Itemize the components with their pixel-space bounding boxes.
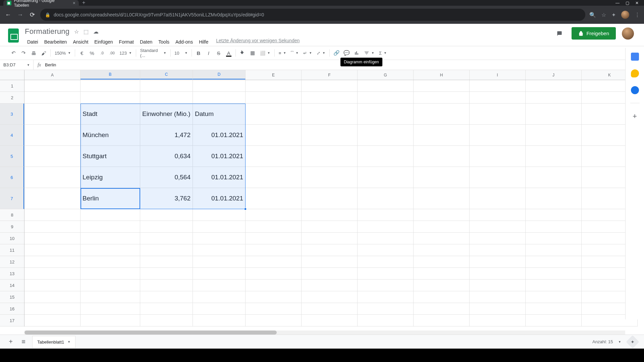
selection-handle[interactable] bbox=[244, 208, 247, 210]
cell-empty[interactable] bbox=[80, 291, 140, 303]
cell-empty[interactable] bbox=[526, 233, 582, 244]
cell-empty[interactable] bbox=[140, 221, 193, 233]
cell-empty[interactable] bbox=[414, 188, 470, 209]
cell-empty[interactable] bbox=[414, 80, 470, 92]
cell-empty[interactable] bbox=[80, 303, 140, 315]
cell-D7[interactable]: 01.01.2021 bbox=[193, 188, 246, 209]
cell-empty[interactable] bbox=[80, 233, 140, 244]
cell-empty[interactable] bbox=[526, 209, 582, 221]
text-rotation-button[interactable]: ⤢▼ bbox=[315, 51, 327, 56]
cell-empty[interactable] bbox=[414, 221, 470, 233]
cell-empty[interactable] bbox=[246, 244, 302, 256]
extensions-icon[interactable]: ✦ bbox=[611, 12, 616, 18]
status-count[interactable]: Anzahl: 15 ▼ bbox=[590, 339, 623, 344]
decrease-decimals-button[interactable]: .0 bbox=[97, 48, 107, 58]
cell-empty[interactable] bbox=[302, 315, 358, 326]
cell-empty[interactable] bbox=[80, 209, 140, 221]
sheet-tab-menu-icon[interactable]: ▼ bbox=[67, 340, 70, 344]
cell-empty[interactable] bbox=[246, 188, 302, 209]
cell-empty[interactable] bbox=[193, 244, 246, 256]
cell-empty[interactable] bbox=[414, 280, 470, 291]
cell-empty[interactable] bbox=[358, 209, 414, 221]
cell-empty[interactable] bbox=[246, 92, 302, 104]
cell-empty[interactable] bbox=[470, 92, 526, 104]
cell-C3[interactable]: Einwohner (Mio.) bbox=[140, 104, 193, 125]
row-header-13[interactable]: 13 bbox=[0, 268, 24, 280]
cell-empty[interactable] bbox=[302, 280, 358, 291]
cell-empty[interactable] bbox=[470, 125, 526, 146]
cell-empty[interactable] bbox=[246, 125, 302, 146]
cell-empty[interactable] bbox=[526, 303, 582, 315]
menu-tools[interactable]: Tools bbox=[156, 38, 172, 46]
cell-empty[interactable] bbox=[358, 268, 414, 280]
cell-empty[interactable] bbox=[302, 233, 358, 244]
paint-format-button[interactable]: 🖌 bbox=[39, 48, 48, 58]
cell-empty[interactable] bbox=[193, 291, 246, 303]
row-header-17[interactable]: 17 bbox=[0, 315, 24, 326]
select-all-corner[interactable] bbox=[0, 70, 24, 80]
cell-D3[interactable]: Datum bbox=[193, 104, 246, 125]
last-edit-text[interactable]: Letzte Änderung vor wenigen Sekunden bbox=[216, 38, 300, 46]
move-icon[interactable]: ⬚ bbox=[84, 28, 89, 35]
cell-D5[interactable]: 01.01.2021 bbox=[193, 146, 246, 167]
cell-empty[interactable] bbox=[193, 92, 246, 104]
cell-empty[interactable] bbox=[24, 291, 80, 303]
cell-empty[interactable] bbox=[24, 104, 80, 125]
filter-button[interactable]: ▼ bbox=[362, 50, 376, 56]
cell-D6[interactable]: 01.01.2021 bbox=[193, 167, 246, 188]
row-header-16[interactable]: 16 bbox=[0, 303, 24, 315]
cell-empty[interactable] bbox=[80, 268, 140, 280]
document-title[interactable]: Formatierung bbox=[25, 27, 69, 36]
cell-empty[interactable] bbox=[526, 188, 582, 209]
cell-empty[interactable] bbox=[80, 280, 140, 291]
cell-empty[interactable] bbox=[302, 244, 358, 256]
sheets-logo-icon[interactable] bbox=[7, 27, 20, 44]
cell-empty[interactable] bbox=[526, 256, 582, 268]
cell-empty[interactable] bbox=[140, 233, 193, 244]
cell-empty[interactable] bbox=[358, 280, 414, 291]
cell-empty[interactable] bbox=[140, 268, 193, 280]
cell-empty[interactable] bbox=[470, 256, 526, 268]
cell-empty[interactable] bbox=[526, 244, 582, 256]
row-header-5[interactable]: 5 bbox=[0, 146, 24, 167]
functions-button[interactable]: Σ▼ bbox=[377, 51, 389, 56]
cell-empty[interactable] bbox=[302, 303, 358, 315]
cell-empty[interactable] bbox=[302, 146, 358, 167]
cell-B6[interactable]: Leipzig bbox=[80, 167, 140, 188]
cell-empty[interactable] bbox=[246, 256, 302, 268]
cell-empty[interactable] bbox=[193, 80, 246, 92]
column-header-F[interactable]: F bbox=[302, 70, 358, 80]
cell-C5[interactable]: 0,634 bbox=[140, 146, 193, 167]
percent-button[interactable]: % bbox=[87, 48, 97, 58]
cell-empty[interactable] bbox=[246, 146, 302, 167]
cell-empty[interactable] bbox=[24, 303, 80, 315]
profile-avatar-icon[interactable] bbox=[621, 11, 629, 19]
cell-empty[interactable] bbox=[302, 104, 358, 125]
cell-empty[interactable] bbox=[246, 80, 302, 92]
cell-empty[interactable] bbox=[470, 80, 526, 92]
cell-empty[interactable] bbox=[246, 268, 302, 280]
cell-empty[interactable] bbox=[246, 315, 302, 326]
cell-empty[interactable] bbox=[414, 291, 470, 303]
cell-empty[interactable] bbox=[246, 104, 302, 125]
cell-empty[interactable] bbox=[302, 92, 358, 104]
cell-empty[interactable] bbox=[24, 167, 80, 188]
menu-bearbeiten[interactable]: Bearbeiten bbox=[42, 38, 69, 46]
cell-B5[interactable]: Stuttgart bbox=[80, 146, 140, 167]
forward-button[interactable]: → bbox=[16, 11, 24, 18]
cell-empty[interactable] bbox=[80, 92, 140, 104]
cell-empty[interactable] bbox=[24, 80, 80, 92]
cell-empty[interactable] bbox=[358, 92, 414, 104]
cell-empty[interactable] bbox=[24, 268, 80, 280]
cell-empty[interactable] bbox=[302, 167, 358, 188]
column-header-E[interactable]: E bbox=[246, 70, 302, 80]
browser-tab[interactable]: ▦ Formatierung - Google Tabellen × bbox=[3, 0, 79, 6]
cell-empty[interactable] bbox=[24, 188, 80, 209]
cell-empty[interactable] bbox=[193, 256, 246, 268]
cell-empty[interactable] bbox=[302, 125, 358, 146]
cell-empty[interactable] bbox=[358, 315, 414, 326]
cell-C6[interactable]: 0,564 bbox=[140, 167, 193, 188]
cell-empty[interactable] bbox=[80, 256, 140, 268]
cell-empty[interactable] bbox=[526, 104, 582, 125]
cell-empty[interactable] bbox=[526, 125, 582, 146]
